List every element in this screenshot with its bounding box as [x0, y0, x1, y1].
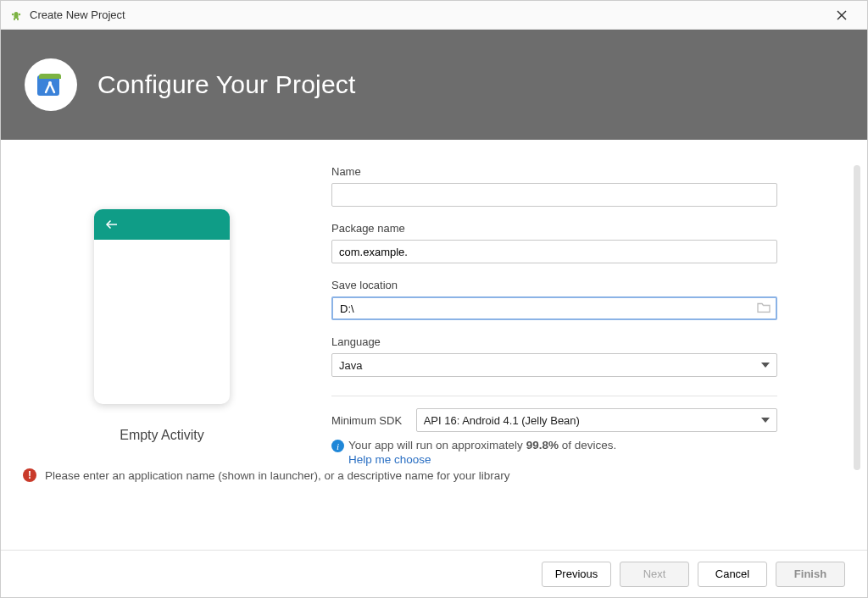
android-studio-icon [9, 8, 23, 22]
svg-point-0 [12, 13, 14, 14]
activity-preview [94, 209, 230, 404]
language-value: Java [339, 359, 362, 372]
chevron-down-icon [761, 363, 770, 368]
chevron-down-icon [761, 418, 770, 423]
language-select[interactable]: Java [331, 353, 777, 377]
svg-rect-2 [14, 12, 19, 19]
dialog-window: Create New Project Configure Your Projec… [0, 0, 868, 598]
titlebar: Create New Project [1, 1, 867, 30]
cancel-button[interactable]: Cancel [698, 562, 767, 587]
save-location-label: Save location [331, 279, 777, 291]
save-location-field: Save location [331, 279, 777, 320]
finish-button: Finish [776, 562, 845, 587]
language-label: Language [331, 335, 777, 348]
minimum-sdk-label: Minimum SDK [331, 414, 413, 427]
minimum-sdk-select[interactable]: API 16: Android 4.1 (Jelly Bean) [416, 408, 777, 432]
folder-browse-icon[interactable] [757, 302, 771, 316]
previous-button[interactable]: Previous [542, 562, 611, 587]
window-title: Create New Project [30, 8, 125, 21]
body-area: Empty Activity Name Package name Save lo… [1, 140, 867, 550]
back-arrow-icon [104, 217, 120, 232]
name-label: Name [331, 165, 777, 178]
svg-rect-4 [17, 18, 19, 20]
svg-rect-3 [14, 18, 15, 20]
preview-caption: Empty Activity [120, 428, 204, 443]
page-heading: Configure Your Project [97, 70, 356, 99]
info-icon: i [331, 440, 344, 452]
help-me-choose-link[interactable]: Help me choose [348, 453, 777, 466]
package-name-label: Package name [331, 222, 777, 235]
next-button: Next [620, 562, 689, 587]
footer: Previous Next Cancel Finish [1, 550, 867, 597]
close-button[interactable] [825, 1, 859, 30]
language-field: Language Java [331, 335, 777, 377]
svg-point-7 [48, 81, 52, 85]
error-icon: ! [23, 468, 36, 482]
sdk-coverage-text: Your app will run on approximately 99.8%… [348, 439, 777, 451]
wizard-icon [25, 58, 77, 111]
form-column: Name Package name Save location Language [323, 165, 867, 550]
sdk-hint: i Your app will run on approximately 99.… [331, 439, 777, 466]
minimum-sdk-value: API 16: Android 4.1 (Jelly Bean) [424, 414, 580, 427]
error-text: Please enter an application name (shown … [45, 469, 510, 482]
svg-point-1 [19, 13, 20, 14]
preview-column: Empty Activity [1, 165, 323, 550]
name-input[interactable] [331, 183, 777, 207]
package-name-field: Package name [331, 222, 777, 263]
scrollbar[interactable] [854, 165, 860, 470]
name-field: Name [331, 165, 777, 207]
minimum-sdk-field: Minimum SDK API 16: Android 4.1 (Jelly B… [331, 408, 777, 466]
save-location-input[interactable] [331, 296, 777, 320]
header-banner: Configure Your Project [1, 30, 867, 140]
preview-appbar [94, 209, 230, 240]
divider [331, 396, 777, 396]
package-name-input[interactable] [331, 240, 777, 263]
validation-error: ! Please enter an application name (show… [23, 468, 510, 482]
